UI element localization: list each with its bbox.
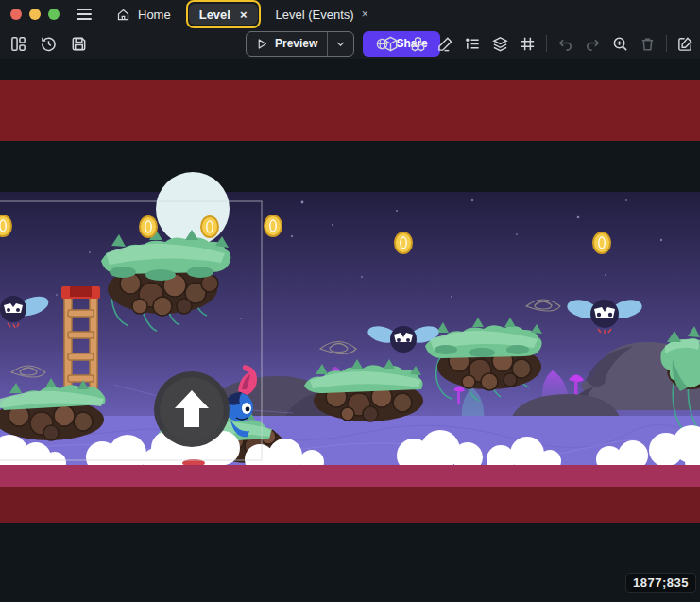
save-icon[interactable] — [70, 35, 88, 53]
maximize-window-icon[interactable] — [48, 9, 60, 20]
preview-button[interactable]: Preview — [246, 31, 354, 57]
coin[interactable] — [593, 232, 610, 253]
tab-level-highlight: Level × — [186, 0, 261, 28]
tab-level[interactable]: Level × — [189, 4, 258, 25]
coin[interactable] — [140, 216, 157, 237]
instances-list-icon[interactable] — [464, 35, 482, 53]
coin[interactable] — [265, 215, 282, 236]
close-window-icon[interactable] — [10, 9, 22, 20]
hamburger-menu-icon[interactable] — [77, 9, 92, 20]
object-groups-icon[interactable] — [409, 35, 427, 53]
history-icon[interactable] — [40, 35, 58, 53]
tab-level-events[interactable]: Level (Events) × — [265, 0, 380, 28]
minimize-window-icon[interactable] — [29, 9, 41, 20]
cursor-coordinates-badge: 1877;835 — [625, 573, 696, 593]
grid-icon[interactable] — [519, 35, 537, 53]
objects-cube-icon[interactable] — [382, 35, 400, 53]
play-icon — [256, 38, 268, 50]
tab-level-events-close-icon[interactable]: × — [362, 8, 368, 21]
red-ceiling-platform[interactable] — [0, 80, 700, 141]
preview-dropdown-button[interactable] — [327, 32, 353, 56]
tab-level-label: Level — [199, 8, 230, 22]
traffic-lights — [0, 9, 60, 20]
toolbar-right-group — [382, 28, 694, 59]
zoom-in-icon[interactable] — [611, 35, 629, 53]
title-bar: Home Level × Level (Events) × — [0, 0, 700, 28]
tab-level-events-label: Level (Events) — [276, 8, 354, 22]
panels-icon[interactable] — [9, 35, 27, 53]
preview-button-label: Preview — [275, 37, 317, 50]
red-ground-strip[interactable] — [0, 487, 700, 523]
tab-bar: Home Level × Level (Events) × — [105, 0, 380, 28]
coin[interactable] — [201, 216, 218, 237]
toolbar-separator — [666, 35, 667, 52]
scene-editor-canvas[interactable]: 1877;835 — [0, 59, 700, 602]
scene-render — [0, 59, 700, 602]
coin[interactable] — [0, 215, 11, 236]
tab-home-label: Home — [138, 8, 171, 22]
toolbar-left-group — [0, 35, 88, 53]
tab-level-close-icon[interactable]: × — [240, 8, 248, 22]
redo-icon[interactable] — [584, 35, 602, 53]
trash-icon[interactable] — [639, 35, 657, 53]
layers-icon[interactable] — [491, 35, 509, 53]
grass-island[interactable] — [0, 378, 106, 440]
chevron-down-icon — [335, 39, 346, 49]
touch-arrow-up-button[interactable] — [154, 371, 230, 447]
toolbar-separator — [546, 35, 547, 52]
undo-icon[interactable] — [556, 35, 574, 53]
tab-home[interactable]: Home — [105, 0, 182, 28]
editor-toolbar: Preview Share — [0, 28, 700, 59]
home-icon — [116, 8, 130, 22]
coin[interactable] — [395, 232, 412, 253]
edit-pencil-icon[interactable] — [436, 35, 454, 53]
pink-ground-strip[interactable] — [0, 465, 700, 487]
scene-properties-icon[interactable] — [676, 35, 694, 53]
